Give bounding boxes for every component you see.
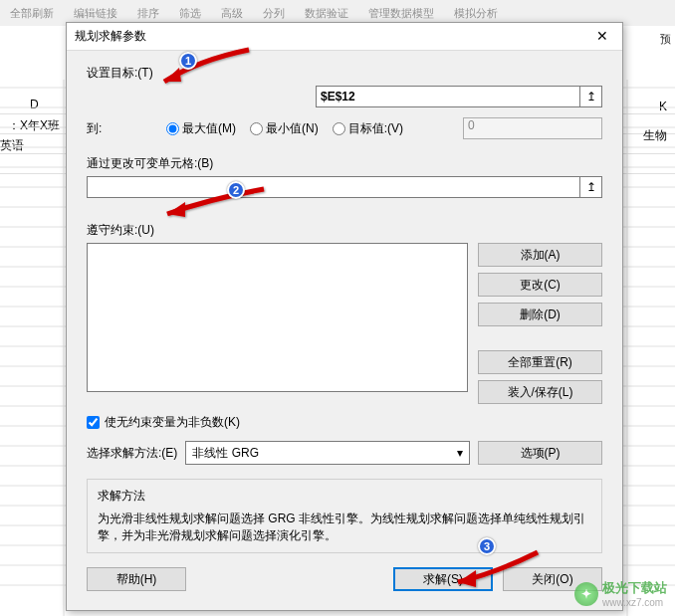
checkbox-icon[interactable] — [87, 416, 100, 429]
change-cells-label: 通过更改可变单元格:(B) — [87, 155, 602, 172]
ribbon-item[interactable]: 排序 — [137, 6, 159, 21]
desc-body: 为光滑非线性规划求解问题选择 GRG 非线性引擎。为线性规划求解问题选择单纯线性… — [98, 511, 591, 544]
ribbon-item[interactable]: 分列 — [263, 6, 285, 21]
ribbon-item[interactable]: 数据验证 — [305, 6, 348, 21]
ribbon-item[interactable]: 高级 — [221, 6, 243, 21]
col-header-d: D — [30, 98, 39, 111]
desc-title: 求解方法 — [98, 488, 591, 505]
change-button[interactable]: 更改(C) — [478, 273, 602, 297]
dialog-titlebar: 规划求解参数 ✕ — [67, 23, 622, 51]
col-header-k: K — [659, 100, 667, 113]
radio-target[interactable]: 目标值:(V) — [333, 120, 403, 137]
add-button[interactable]: 添加(A) — [478, 243, 602, 267]
constraints-listbox[interactable] — [87, 243, 468, 392]
radio-max[interactable]: 最大值(M) — [166, 120, 236, 137]
cell-text: 生物 — [643, 127, 667, 144]
ribbon-item[interactable]: 编辑链接 — [74, 6, 117, 21]
set-target-input[interactable]: $E$12 — [316, 86, 580, 107]
dialog-title: 规划求解参数 — [75, 28, 590, 45]
solver-dialog: 规划求解参数 ✕ 设置目标:(T) $E$12 ↥ 到: 最大值(M) 最小值(… — [66, 22, 623, 611]
nonneg-checkbox[interactable]: 使无约束变量为非负数(K) — [87, 414, 602, 431]
cell-text: ：X年X班 — [0, 117, 60, 134]
method-label: 选择求解方法:(E) — [87, 445, 177, 462]
range-picker-icon[interactable]: ↥ — [580, 86, 602, 107]
set-target-label: 设置目标:(T) — [87, 65, 166, 82]
watermark-logo-icon: ✦ — [574, 582, 598, 606]
ribbon-item[interactable]: 全部刷新 — [10, 6, 54, 21]
ribbon-item[interactable]: 筛选 — [179, 6, 201, 21]
reset-button[interactable]: 全部重置(R) — [478, 350, 602, 374]
to-label: 到: — [87, 120, 166, 137]
cell-text: 英语 — [0, 137, 24, 154]
ribbon-item[interactable]: 模拟分析 — [454, 6, 498, 21]
chevron-down-icon: ▾ — [457, 446, 463, 460]
change-cells-input[interactable] — [87, 176, 580, 198]
close-icon[interactable]: ✕ — [590, 27, 614, 47]
options-button[interactable]: 选项(P) — [478, 441, 602, 465]
loadsave-button[interactable]: 装入/保存(L) — [478, 380, 602, 404]
radio-min[interactable]: 最小值(N) — [250, 120, 319, 137]
delete-button[interactable]: 删除(D) — [478, 303, 602, 326]
target-value-input[interactable]: 0 — [463, 117, 602, 139]
constraints-label: 遵守约束:(U) — [87, 222, 602, 239]
watermark: ✦ 极光下载站 www.xz7.com — [574, 579, 667, 608]
watermark-url: www.xz7.com — [602, 597, 667, 608]
method-description: 求解方法 为光滑非线性规划求解问题选择 GRG 非线性引擎。为线性规划求解问题选… — [87, 479, 602, 553]
watermark-brand: 极光下载站 — [602, 579, 667, 597]
solve-button[interactable]: 求解(S) — [393, 567, 493, 591]
method-dropdown[interactable]: 非线性 GRG ▾ — [185, 441, 470, 465]
help-button[interactable]: 帮助(H) — [87, 567, 186, 591]
ribbon-item[interactable]: 管理数据模型 — [368, 6, 434, 21]
range-picker-icon[interactable]: ↥ — [580, 176, 602, 198]
